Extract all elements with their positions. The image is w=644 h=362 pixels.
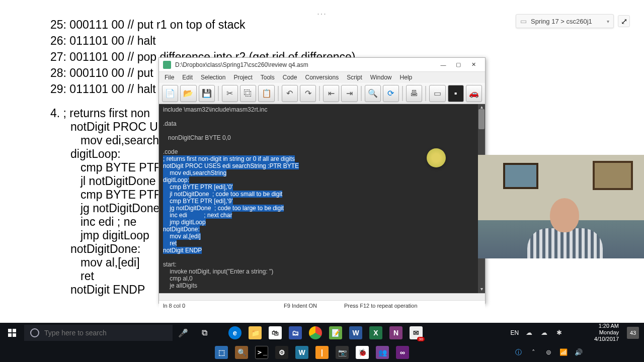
volume-icon[interactable]: 🔊 [574, 348, 584, 356]
taskbar: 🎤 ⧉ e 📁 🛍 🗂 📝 W X N ✉30 ⬚ 🔍 ＞_ ⚙ W | 📷 🐞… [0, 323, 644, 362]
info-icon[interactable]: ⓘ [513, 348, 523, 357]
cursor-position: ln 8 col 0 [163, 303, 284, 309]
menu-help[interactable]: Help [396, 73, 416, 82]
webcam-overlay [478, 155, 644, 258]
chevron-up-icon[interactable]: ˄ [528, 348, 538, 356]
notepad-icon[interactable]: 📝 [326, 323, 345, 342]
notebook-icon: ▭ [520, 17, 527, 25]
breadcrumb-text: Spring 17 > csc260j1 [531, 18, 603, 25]
file-manager-icon[interactable]: 🗂 [286, 323, 305, 342]
window-title: D:\Dropbox\class\Spring17\csc260\review … [175, 61, 436, 68]
notification-center[interactable]: 43 [627, 327, 639, 339]
clock[interactable]: 1:20 AM Monday 4/10/2017 [594, 323, 619, 342]
save-icon[interactable]: 💾 [199, 85, 215, 102]
run-icon[interactable]: 🚗 [466, 85, 482, 102]
cortana-icon [30, 328, 39, 337]
app-icon-5[interactable]: | [312, 343, 332, 362]
tab-more-dots[interactable]: ... [50, 8, 594, 17]
app-icon [163, 61, 171, 69]
mail-badge: 30 [417, 337, 425, 341]
cursor-highlight [427, 148, 446, 167]
menu-window[interactable]: Window [367, 73, 395, 82]
onedrive-icon-2[interactable]: ☁ [539, 329, 549, 336]
app-icon-3[interactable]: ⚙ [272, 343, 291, 362]
menu-code[interactable]: Code [279, 73, 301, 82]
onenote-icon[interactable]: N [386, 323, 406, 342]
minimize-button[interactable]: — [436, 59, 451, 70]
app-icon-2[interactable]: 🔍 [232, 343, 251, 362]
store-icon[interactable]: 🛍 [266, 323, 285, 342]
search-input[interactable] [44, 329, 167, 337]
menu-tools[interactable]: Tools [257, 73, 278, 82]
menu-selection[interactable]: Selection [197, 73, 229, 82]
breadcrumb[interactable]: ▭ Spring 17 > csc260j1 ▾ [516, 14, 614, 28]
horizontal-scrollbar[interactable] [159, 293, 485, 300]
language-indicator[interactable]: EN [510, 329, 519, 336]
mail-icon[interactable]: ✉30 [407, 323, 426, 342]
indent-left-icon[interactable]: ⇤ [323, 85, 339, 102]
app-icon-4[interactable]: W [292, 343, 311, 362]
app-icon-1[interactable]: ⬚ [212, 343, 231, 362]
chevron-down-icon: ▾ [607, 19, 609, 24]
onedrive-icon[interactable]: ☁ [524, 329, 534, 336]
refresh-icon[interactable]: ⟳ [383, 85, 399, 102]
fullscreen-button[interactable]: ⤢ [618, 15, 630, 27]
close-button[interactable]: ✕ [466, 59, 481, 70]
chrome-icon[interactable] [306, 323, 325, 342]
paste-icon[interactable]: 📋 [258, 85, 274, 102]
print-icon[interactable]: 🖶 [406, 85, 422, 102]
search-icon[interactable]: 🔍 [365, 85, 381, 102]
scroll-thumb[interactable] [478, 109, 485, 129]
excel-icon[interactable]: X [366, 323, 385, 342]
app-icon-7[interactable]: 👥 [373, 343, 392, 362]
menu-script[interactable]: Script [343, 73, 366, 82]
indent-right-icon[interactable]: ⇥ [341, 85, 357, 102]
system-tray: EN ☁ ☁ ✱ 1:20 AM Monday 4/10/2017 43 ⓘ ˄… [473, 323, 644, 362]
network-icon[interactable]: 📶 [558, 348, 569, 356]
editor-window: D:\Dropbox\class\Spring17\csc260\review … [158, 57, 486, 304]
doc-line: 25: 000111 00 // put r1 on top of stack [50, 18, 594, 33]
indent-status: F9 Indent ON [284, 303, 344, 309]
redo-icon[interactable]: ↷ [300, 85, 316, 102]
cmd-icon[interactable]: ＞_ [252, 343, 271, 362]
microphone-icon[interactable]: 🎤 [174, 323, 193, 342]
toolbar: 📄 📂 💾 ✂ ⿻ 📋 ↶ ↷ ⇤ ⇥ 🔍 ⟳ 🖶 ▭ ▪ 🚗 [159, 83, 485, 104]
titlebar[interactable]: D:\Dropbox\class\Spring17\csc260\review … [159, 58, 485, 72]
copy-icon[interactable]: ⿻ [240, 85, 256, 102]
task-view-icon[interactable]: ⧉ [195, 323, 214, 342]
new-file-icon[interactable]: 📄 [162, 85, 178, 102]
menu-edit[interactable]: Edit [179, 73, 196, 82]
camera-icon[interactable]: 📷 [333, 343, 352, 362]
scroll-down-icon[interactable]: ▾ [478, 286, 485, 293]
visual-studio-icon[interactable]: ∞ [393, 343, 412, 362]
maximize-button[interactable]: ▢ [451, 59, 466, 70]
open-icon[interactable]: 📂 [180, 85, 196, 102]
menu-project[interactable]: Project [230, 73, 256, 82]
statusbar: ln 8 col 0 F9 Indent ON Press F12 to rep… [159, 300, 485, 310]
app-icon-6[interactable]: 🐞 [353, 343, 372, 362]
menubar: File Edit Selection Project Tools Code C… [159, 72, 485, 83]
cut-icon[interactable]: ✂ [222, 85, 238, 102]
tray-app-icon[interactable]: ✱ [554, 329, 564, 336]
menu-file[interactable]: File [161, 73, 178, 82]
terminal-icon[interactable]: ▪ [448, 85, 464, 102]
edge-icon[interactable]: e [225, 323, 245, 342]
code-text[interactable]: include \masm32\include\masm32rt.inc .da… [159, 104, 478, 293]
editor-body[interactable]: include \masm32\include\masm32rt.inc .da… [159, 104, 485, 293]
undo-icon[interactable]: ↶ [282, 85, 298, 102]
location-icon[interactable]: ⊚ [543, 348, 553, 356]
start-button[interactable] [0, 323, 24, 343]
status-hint: Press F12 to repeat operation [344, 303, 481, 309]
window-icon[interactable]: ▭ [429, 85, 445, 102]
menu-conversions[interactable]: Conversions [301, 73, 342, 82]
doc-line: 26: 011101 00 // halt [50, 34, 594, 49]
search-box[interactable] [24, 325, 173, 341]
explorer-icon[interactable]: 📁 [246, 323, 265, 342]
word-icon[interactable]: W [346, 323, 365, 342]
